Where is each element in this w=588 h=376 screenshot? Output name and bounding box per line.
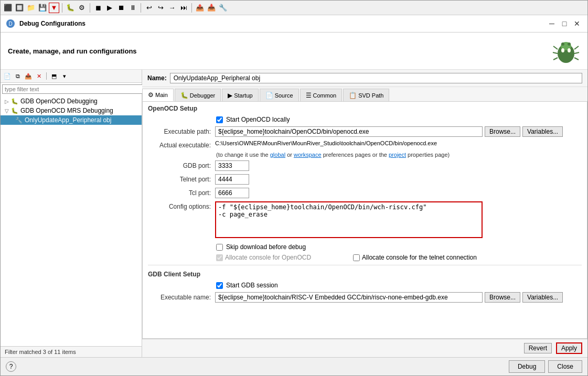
main-toolbar: ⬛ 🔲 📁 💾 ▼ 🐛 ⚙ ◼ ▶ ⏹ ⏸ ↩ ↪ → ⏭ 📤 📥 🔧	[1, 1, 587, 15]
project-link[interactable]: project	[389, 152, 406, 158]
tab-main-label: Main	[155, 92, 168, 98]
tab-startup-icon: ▶	[228, 92, 232, 99]
toolbar-icon-4[interactable]: 💾	[37, 3, 48, 13]
allocate-openocd-item: Allocate console for OpenOCD	[216, 254, 311, 261]
toolbar-dropdown[interactable]: ▼	[49, 3, 59, 13]
toolbar-icon-11[interactable]: ↩	[144, 3, 154, 13]
tab-source-icon: 📄	[265, 92, 273, 99]
browse-gdb-button[interactable]: Browse...	[485, 292, 520, 303]
expand-button[interactable]: ▾	[60, 71, 69, 81]
toolbar-icon-3[interactable]: 📁	[26, 3, 36, 13]
toolbar-sep-1	[62, 3, 62, 13]
toolbar-icon-17[interactable]: 🔧	[218, 3, 228, 13]
left-toolbar: 📄 ⧉ 📤 ✕ ⬒ ▾	[1, 70, 142, 83]
debug-button[interactable]: Debug	[509, 360, 545, 373]
svg-point-13	[568, 48, 571, 52]
apply-button[interactable]: Apply	[556, 342, 582, 354]
tcl-port-input[interactable]	[215, 188, 249, 198]
svg-line-8	[553, 58, 558, 60]
action-bar: Revert Apply	[142, 339, 587, 357]
toolbar-icon-7[interactable]: ◼	[93, 3, 103, 13]
delete-config-button[interactable]: ✕	[34, 71, 44, 81]
maximize-button[interactable]: □	[559, 18, 570, 29]
executable-path-label: Executable path:	[148, 126, 211, 135]
tab-svdpath-icon: 📋	[349, 92, 357, 99]
openocd-section-header: OpenOCD Setup	[143, 102, 587, 114]
skip-download-label: Skip download before debug	[226, 243, 306, 251]
svg-line-10	[574, 52, 579, 53]
svg-point-4	[561, 42, 564, 46]
new-config-button[interactable]: 📄	[3, 71, 12, 81]
global-link[interactable]: global	[270, 152, 285, 158]
toolbar-icon-14[interactable]: ⏭	[178, 3, 189, 13]
browse-executable-button[interactable]: Browse...	[485, 126, 520, 137]
name-input[interactable]	[170, 73, 582, 83]
telnet-port-input[interactable]	[215, 174, 249, 185]
tab-source[interactable]: 📄 Source	[260, 89, 299, 101]
config-options-row: Config options: -f "${eclipse_home}toolc…	[143, 200, 587, 240]
start-gdb-row: Start GDB session	[143, 280, 587, 291]
workspace-link[interactable]: workspace	[294, 152, 322, 158]
tab-startup-label: Startup	[234, 92, 252, 99]
toolbar-icon-5[interactable]: 🐛	[65, 3, 76, 13]
start-locally-checkbox[interactable]	[216, 116, 223, 123]
variables-gdb-button[interactable]: Variables...	[522, 292, 563, 303]
skip-download-checkbox[interactable]	[216, 244, 223, 251]
tree-arrow-1: ▷	[5, 99, 9, 104]
close-button[interactable]: ✕	[572, 18, 582, 29]
tab-common[interactable]: ☰ Common	[300, 89, 343, 101]
tab-main[interactable]: ⚙ Main	[142, 89, 174, 101]
toolbar-icon-9[interactable]: ⏹	[116, 3, 126, 13]
gdb-executable-input[interactable]	[215, 292, 483, 303]
tree-item-gdb-openocd[interactable]: ▷ 🐛 GDB OpenOCD Debugging	[1, 96, 142, 106]
footer-buttons: Debug Close	[509, 360, 582, 373]
dialog-subtitle: Create, manage, and run configurations	[8, 47, 137, 55]
revert-button[interactable]: Revert	[524, 343, 552, 353]
tab-common-icon: ☰	[306, 92, 312, 99]
duplicate-config-button[interactable]: ⧉	[13, 71, 23, 81]
toolbar-icon-12[interactable]: ↪	[155, 3, 166, 13]
toolbar-sep-3	[141, 3, 141, 13]
tcl-port-control	[215, 188, 582, 198]
start-gdb-checkbox[interactable]	[216, 282, 223, 289]
tree-item-only-update-app[interactable]: 🔧 OnlyUpdateApp_Peripheral obj	[1, 115, 142, 125]
allocate-openocd-label: Allocate console for OpenOCD	[225, 254, 311, 261]
toolbar-icon-1[interactable]: ⬛	[3, 3, 13, 13]
start-gdb-label: Start GDB session	[226, 282, 278, 289]
tab-debugger-icon: 🐛	[180, 92, 188, 99]
gdb-client-section-label: GDB Client Setup	[148, 271, 200, 278]
tree-icon-1: 🐛	[11, 98, 18, 105]
toolbar-icon-16[interactable]: 📥	[206, 3, 217, 13]
variables-executable-button[interactable]: Variables...	[522, 126, 563, 137]
toolbar-icon-8[interactable]: ▶	[104, 3, 115, 13]
tab-debugger[interactable]: 🐛 Debugger	[175, 89, 221, 101]
tree-label-only-update: OnlyUpdateApp_Peripheral obj	[25, 116, 111, 124]
allocate-telnet-checkbox[interactable]	[353, 254, 360, 261]
filter-status: Filter matched 3 of 11 items	[1, 346, 142, 357]
toolbar-icon-10[interactable]: ⏸	[127, 3, 138, 13]
close-button[interactable]: Close	[548, 360, 582, 373]
config-options-control: -f "${eclipse_home}toolchain/OpenOCD/bin…	[215, 201, 582, 238]
tab-startup[interactable]: ▶ Startup	[222, 89, 258, 101]
tab-svd-path[interactable]: 📋 SVD Path	[343, 89, 389, 101]
minimize-button[interactable]: ─	[547, 18, 557, 29]
toolbar-icon-15[interactable]: 📤	[195, 3, 205, 13]
note-text-before: (to change it use the	[216, 152, 270, 158]
config-options-textarea[interactable]: -f "${eclipse_home}toolchain/OpenOCD/bin…	[215, 201, 483, 238]
tree-item-gdb-openocd-mrs[interactable]: ▽ 🐛 GDB OpenOCD MRS Debugging	[1, 106, 142, 115]
svg-point-12	[561, 48, 564, 52]
gdb-port-row: GDB port:	[143, 159, 587, 173]
gdb-port-input[interactable]	[215, 160, 249, 171]
toolbar-icon-2[interactable]: 🔲	[14, 3, 25, 13]
tcl-port-row: Tcl port:	[143, 186, 587, 200]
left-panel: 📄 ⧉ 📤 ✕ ⬒ ▾ ▷ 🐛 GDB OpenOCD Debugging ▽	[1, 70, 142, 357]
tab-common-label: Common	[313, 92, 337, 99]
allocate-openocd-checkbox[interactable]	[216, 254, 223, 261]
collapse-all-button[interactable]: ⬒	[49, 71, 59, 81]
export-config-button[interactable]: 📤	[24, 71, 33, 81]
filter-input[interactable]	[2, 84, 143, 94]
toolbar-icon-6[interactable]: ⚙	[77, 3, 87, 13]
help-button[interactable]: ?	[6, 361, 16, 372]
executable-path-input[interactable]	[215, 126, 483, 137]
toolbar-icon-13[interactable]: →	[167, 3, 177, 13]
